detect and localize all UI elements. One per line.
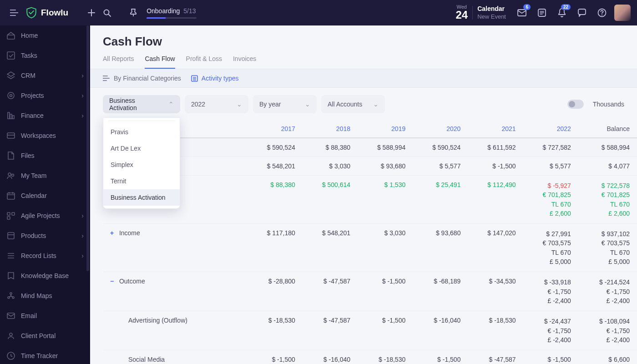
user-avatar[interactable] [614, 5, 631, 21]
tab-all-reports[interactable]: All Reports [103, 55, 134, 69]
table-header-2021[interactable]: 2021 [468, 120, 523, 138]
org-option[interactable]: Ternit [103, 173, 180, 189]
sidebar-item-my-team[interactable]: My Team [0, 166, 90, 186]
table-cell: $ -1,500 [248, 350, 303, 364]
table-cell: $ -34,530 [468, 272, 523, 311]
sidebar-item-calendar[interactable]: Calendar [0, 186, 90, 206]
table-cell: $ 147,020 [468, 224, 523, 272]
sidebar-scrollbar[interactable] [86, 25, 89, 271]
svg-point-7 [8, 92, 14, 99]
org-option[interactable]: Art De Lex [103, 140, 180, 157]
sidebar-item-knowledge-base[interactable]: Knowledge Base [0, 266, 90, 286]
svg-rect-5 [7, 35, 15, 39]
menu-toggle-icon[interactable] [6, 5, 22, 20]
svg-rect-16 [8, 233, 14, 239]
tab-invoices[interactable]: Invoices [233, 55, 256, 69]
notifications-badge: 22 [561, 4, 571, 10]
sidebar-item-email[interactable]: Email [0, 306, 90, 326]
table-cell: $ 88,380 [303, 138, 358, 157]
notes-icon[interactable] [534, 5, 550, 20]
sidebar-icon [6, 231, 15, 240]
sidebar-item-client-portal[interactable]: Client Portal [0, 326, 90, 346]
table-cell: $ -108,094€ -1,750£ -2,400 [578, 311, 637, 350]
table-header-row: 201720182019202020212022Balance [103, 120, 637, 138]
table-cell: $ 611,592 [468, 138, 523, 157]
sidebar-item-time-tracker[interactable]: Time Tracker [0, 346, 90, 364]
org-option[interactable]: Simplex [103, 157, 180, 173]
svg-point-10 [8, 173, 11, 176]
table-cell: $ 590,524 [248, 138, 303, 157]
sidebar-item-label: Mind Maps [21, 292, 52, 299]
table-cell: $ 548,201 [248, 157, 303, 176]
sidebar-item-finance[interactable]: Finance› [0, 106, 90, 126]
svg-point-17 [10, 293, 12, 294]
expand-icon[interactable]: − [110, 278, 117, 285]
pin-icon[interactable] [126, 5, 141, 20]
svg-point-8 [10, 95, 12, 97]
onboarding-widget[interactable]: Onboarding 5/13 [147, 7, 197, 19]
table-cell: $ -47,587 [468, 350, 523, 364]
sidebar-item-home[interactable]: Home [0, 25, 90, 46]
notifications-icon[interactable]: 22 [554, 5, 570, 20]
calendar-new-event[interactable]: New Event [477, 13, 506, 21]
svg-rect-15 [7, 217, 10, 219]
app-logo[interactable]: Flowlu [25, 7, 68, 19]
table-cell: $ 588,994 [358, 138, 413, 157]
table-row: the Accounting Period$ 590,524$ 88,380$ … [103, 138, 637, 157]
sidebar-item-tasks[interactable]: Tasks [0, 46, 90, 66]
tab-cash-flow[interactable]: Cash Flow [145, 55, 175, 69]
sidebar-item-agile-projects[interactable]: Agile Projects› [0, 206, 90, 226]
table-cell: $ -24,437€ -1,750£ -2,400 [523, 311, 578, 350]
filter-activity-types[interactable]: Activity types [191, 75, 239, 82]
table-cell: $ -5,927€ 701,825TL 670£ 2,600 [523, 176, 578, 224]
table-header-2017[interactable]: 2017 [248, 120, 303, 138]
accounts-dropdown[interactable]: All Accounts ⌄ [321, 95, 385, 113]
sidebar-item-workspaces[interactable]: Workspaces [0, 126, 90, 146]
sidebar-item-label: Home [21, 32, 38, 39]
grouping-dropdown[interactable]: By year ⌄ [253, 95, 317, 113]
chat-icon[interactable] [574, 5, 590, 20]
table-header-2019[interactable]: 2019 [358, 120, 413, 138]
table-row: − Outcome$ -28,800$ -47,587$ -1,500$ -68… [103, 272, 637, 311]
row-label: Social Media [103, 350, 248, 364]
org-dropdown[interactable]: Business Activation ⌃ [103, 95, 180, 113]
org-option[interactable]: Pravis [103, 124, 180, 140]
sidebar-item-label: Knowledge Base [21, 272, 69, 279]
sidebar-item-crm[interactable]: CRM› [0, 66, 90, 86]
table-cell: $ -214,524€ -1,750£ -2,400 [578, 272, 637, 311]
onboarding-progress-bar [147, 17, 197, 19]
header-date[interactable]: Wed 24 Calendar New Event [455, 5, 506, 20]
table-cell: $ -18,530 [358, 350, 413, 364]
expand-icon[interactable]: + [110, 229, 117, 237]
sidebar-item-mind-maps[interactable]: Mind Maps [0, 286, 90, 306]
filter-by-categories[interactable]: By Financial Categories [103, 75, 181, 82]
sidebar-item-record-lists[interactable]: Record Lists› [0, 246, 90, 266]
table-cell: $ -1,500 [358, 311, 413, 350]
org-option[interactable]: Business Activation [103, 189, 180, 206]
onboarding-count: 5/13 [183, 7, 196, 15]
add-button[interactable] [84, 5, 99, 20]
svg-rect-6 [7, 52, 15, 59]
inbox-icon[interactable]: 6 [514, 5, 530, 20]
year-dropdown[interactable]: 2022 ⌄ [185, 95, 248, 113]
sidebar-item-projects[interactable]: Projects› [0, 86, 90, 106]
help-icon[interactable] [594, 5, 610, 20]
tab-profit-loss[interactable]: Profit & Loss [186, 55, 222, 69]
table-header-2020[interactable]: 2020 [413, 120, 468, 138]
topbar: Flowlu Onboarding 5/13 Wed 24 Calendar N… [0, 0, 637, 25]
thousands-toggle[interactable] [567, 100, 584, 109]
table-header-2022[interactable]: 2022 [523, 120, 578, 138]
sidebar-item-files[interactable]: Files [0, 146, 90, 166]
table-cell: $ -1,500 [358, 272, 413, 311]
table-cell: $ 117,180 [248, 224, 303, 272]
row-label[interactable]: + Income [103, 224, 248, 272]
list-icon [191, 75, 198, 82]
sidebar-item-products[interactable]: Products› [0, 226, 90, 246]
search-button[interactable] [99, 5, 115, 20]
table-cell: $ -1,500 [413, 350, 468, 364]
chevron-right-icon: › [81, 72, 84, 79]
table-header-2018[interactable]: 2018 [303, 120, 358, 138]
svg-rect-3 [578, 9, 586, 15]
row-label[interactable]: − Outcome [103, 272, 248, 311]
sidebar-item-label: Workspaces [21, 132, 56, 139]
